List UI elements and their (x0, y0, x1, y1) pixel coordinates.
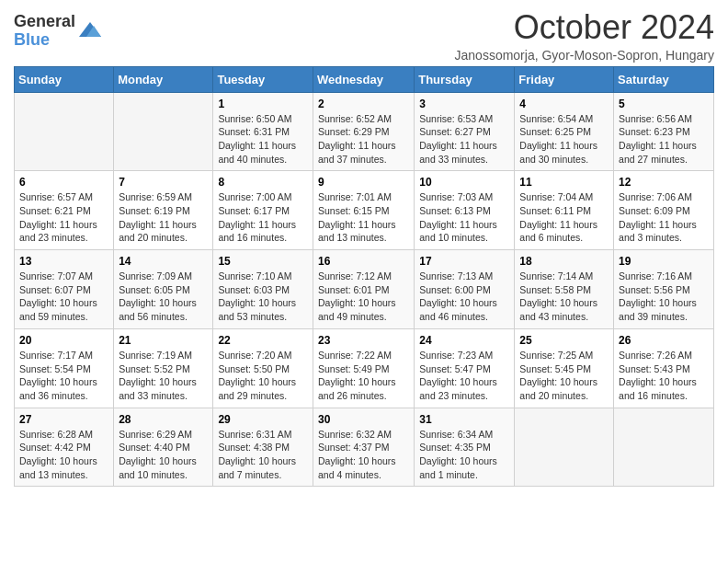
day-info: Sunrise: 6:34 AMSunset: 4:35 PMDaylight:… (419, 428, 509, 482)
day-number: 17 (419, 255, 509, 268)
day-of-week-sunday: Sunday (15, 66, 114, 92)
day-number: 3 (419, 98, 509, 110)
day-number: 23 (318, 334, 409, 347)
day-info: Sunrise: 6:31 AMSunset: 4:38 PMDaylight:… (218, 428, 308, 482)
logo-blue-text: Blue (14, 31, 75, 50)
day-number: 5 (619, 98, 709, 110)
calendar-header: SundayMondayTuesdayWednesdayThursdayFrid… (15, 66, 714, 92)
day-number: 15 (218, 255, 308, 268)
day-info: Sunrise: 6:52 AMSunset: 6:29 PMDaylight:… (318, 112, 409, 167)
week-row-4: 20Sunrise: 7:17 AMSunset: 5:54 PMDayligh… (15, 328, 714, 408)
day-cell: 4Sunrise: 6:54 AMSunset: 6:25 PMDaylight… (515, 92, 614, 171)
day-number: 1 (218, 98, 308, 110)
day-info: Sunrise: 7:22 AMSunset: 5:49 PMDaylight:… (318, 349, 409, 403)
day-info: Sunrise: 6:32 AMSunset: 4:37 PMDaylight:… (318, 428, 409, 482)
day-number: 10 (419, 176, 509, 189)
day-cell: 15Sunrise: 7:10 AMSunset: 6:03 PMDayligh… (213, 250, 313, 329)
logo-general-text: General (14, 13, 75, 31)
day-cell: 3Sunrise: 6:53 AMSunset: 6:27 PMDaylight… (415, 92, 515, 171)
day-cell: 2Sunrise: 6:52 AMSunset: 6:29 PMDaylight… (313, 92, 414, 171)
day-cell: 14Sunrise: 7:09 AMSunset: 6:05 PMDayligh… (114, 250, 213, 329)
day-of-week-tuesday: Tuesday (213, 66, 313, 92)
day-number: 26 (619, 334, 709, 347)
day-number: 21 (119, 334, 208, 347)
day-number: 18 (519, 255, 609, 268)
day-cell: 19Sunrise: 7:16 AMSunset: 5:56 PMDayligh… (614, 250, 714, 329)
day-number: 16 (318, 255, 409, 268)
day-cell: 5Sunrise: 6:56 AMSunset: 6:23 PMDaylight… (614, 92, 714, 171)
day-info: Sunrise: 7:06 AMSunset: 6:09 PMDaylight:… (619, 190, 709, 245)
day-cell: 12Sunrise: 7:06 AMSunset: 6:09 PMDayligh… (614, 171, 714, 250)
day-info: Sunrise: 7:01 AMSunset: 6:15 PMDaylight:… (318, 190, 409, 245)
day-number: 29 (218, 413, 308, 426)
day-number: 19 (619, 255, 709, 268)
day-of-week-monday: Monday (114, 66, 213, 92)
day-info: Sunrise: 7:20 AMSunset: 5:50 PMDaylight:… (218, 349, 308, 403)
day-number: 8 (218, 176, 308, 189)
day-number: 22 (218, 334, 308, 347)
day-of-week-wednesday: Wednesday (313, 66, 414, 92)
day-cell: 10Sunrise: 7:03 AMSunset: 6:13 PMDayligh… (415, 171, 515, 250)
day-cell: 29Sunrise: 6:31 AMSunset: 4:38 PMDayligh… (213, 408, 313, 487)
days-of-week-row: SundayMondayTuesdayWednesdayThursdayFrid… (15, 66, 714, 92)
month-title: October 2024 (455, 9, 714, 46)
day-number: 24 (419, 334, 509, 347)
day-info: Sunrise: 7:25 AMSunset: 5:45 PMDaylight:… (519, 349, 609, 403)
day-info: Sunrise: 7:04 AMSunset: 6:11 PMDaylight:… (519, 190, 609, 245)
day-info: Sunrise: 7:14 AMSunset: 5:58 PMDaylight:… (519, 270, 609, 324)
week-row-5: 27Sunrise: 6:28 AMSunset: 4:42 PMDayligh… (15, 408, 714, 487)
page-header: General Blue October 2024 Janossomorja, … (14, 9, 714, 63)
day-cell: 8Sunrise: 7:00 AMSunset: 6:17 PMDaylight… (213, 171, 313, 250)
day-cell: 21Sunrise: 7:19 AMSunset: 5:52 PMDayligh… (114, 328, 213, 408)
day-cell: 20Sunrise: 7:17 AMSunset: 5:54 PMDayligh… (15, 328, 114, 408)
day-number: 4 (519, 98, 609, 110)
day-info: Sunrise: 7:09 AMSunset: 6:05 PMDaylight:… (119, 270, 208, 324)
logo: General Blue (14, 13, 103, 50)
day-info: Sunrise: 7:00 AMSunset: 6:17 PMDaylight:… (218, 190, 308, 245)
day-cell: 9Sunrise: 7:01 AMSunset: 6:15 PMDaylight… (313, 171, 414, 250)
day-cell: 27Sunrise: 6:28 AMSunset: 4:42 PMDayligh… (15, 408, 114, 487)
day-info: Sunrise: 7:23 AMSunset: 5:47 PMDaylight:… (419, 349, 509, 403)
calendar-body: 1Sunrise: 6:50 AMSunset: 6:31 PMDaylight… (15, 92, 714, 487)
day-cell: 6Sunrise: 6:57 AMSunset: 6:21 PMDaylight… (15, 171, 114, 250)
day-number: 9 (318, 176, 409, 189)
day-number: 30 (318, 413, 409, 426)
title-block: October 2024 Janossomorja, Gyor-Moson-So… (455, 9, 714, 63)
day-info: Sunrise: 7:26 AMSunset: 5:43 PMDaylight:… (619, 349, 709, 403)
day-info: Sunrise: 6:59 AMSunset: 6:19 PMDaylight:… (119, 190, 208, 245)
day-number: 27 (19, 413, 108, 426)
day-cell: 25Sunrise: 7:25 AMSunset: 5:45 PMDayligh… (515, 328, 614, 408)
day-number: 31 (419, 413, 509, 426)
week-row-2: 6Sunrise: 6:57 AMSunset: 6:21 PMDaylight… (15, 171, 714, 250)
day-info: Sunrise: 6:50 AMSunset: 6:31 PMDaylight:… (218, 112, 308, 167)
day-info: Sunrise: 7:16 AMSunset: 5:56 PMDaylight:… (619, 270, 709, 324)
logo-icon (77, 18, 103, 44)
day-cell (614, 408, 714, 487)
day-number: 12 (619, 176, 709, 189)
day-cell: 7Sunrise: 6:59 AMSunset: 6:19 PMDaylight… (114, 171, 213, 250)
day-info: Sunrise: 7:17 AMSunset: 5:54 PMDaylight:… (19, 349, 108, 403)
day-cell: 26Sunrise: 7:26 AMSunset: 5:43 PMDayligh… (614, 328, 714, 408)
day-cell (515, 408, 614, 487)
day-info: Sunrise: 6:57 AMSunset: 6:21 PMDaylight:… (19, 190, 108, 245)
day-cell: 11Sunrise: 7:04 AMSunset: 6:11 PMDayligh… (515, 171, 614, 250)
day-number: 7 (119, 176, 208, 189)
day-cell: 31Sunrise: 6:34 AMSunset: 4:35 PMDayligh… (415, 408, 515, 487)
day-cell: 22Sunrise: 7:20 AMSunset: 5:50 PMDayligh… (213, 328, 313, 408)
day-cell (15, 92, 114, 171)
day-cell: 30Sunrise: 6:32 AMSunset: 4:37 PMDayligh… (313, 408, 414, 487)
day-number: 28 (119, 413, 208, 426)
day-of-week-friday: Friday (515, 66, 614, 92)
day-info: Sunrise: 6:54 AMSunset: 6:25 PMDaylight:… (519, 112, 609, 167)
day-info: Sunrise: 7:10 AMSunset: 6:03 PMDaylight:… (218, 270, 308, 324)
day-info: Sunrise: 7:07 AMSunset: 6:07 PMDaylight:… (19, 270, 108, 324)
week-row-1: 1Sunrise: 6:50 AMSunset: 6:31 PMDaylight… (15, 92, 714, 171)
day-cell: 18Sunrise: 7:14 AMSunset: 5:58 PMDayligh… (515, 250, 614, 329)
day-number: 25 (519, 334, 609, 347)
day-cell: 24Sunrise: 7:23 AMSunset: 5:47 PMDayligh… (415, 328, 515, 408)
day-info: Sunrise: 7:03 AMSunset: 6:13 PMDaylight:… (419, 190, 509, 245)
day-number: 20 (19, 334, 108, 347)
day-number: 11 (519, 176, 609, 189)
day-of-week-saturday: Saturday (614, 66, 714, 92)
calendar-table: SundayMondayTuesdayWednesdayThursdayFrid… (14, 66, 714, 488)
